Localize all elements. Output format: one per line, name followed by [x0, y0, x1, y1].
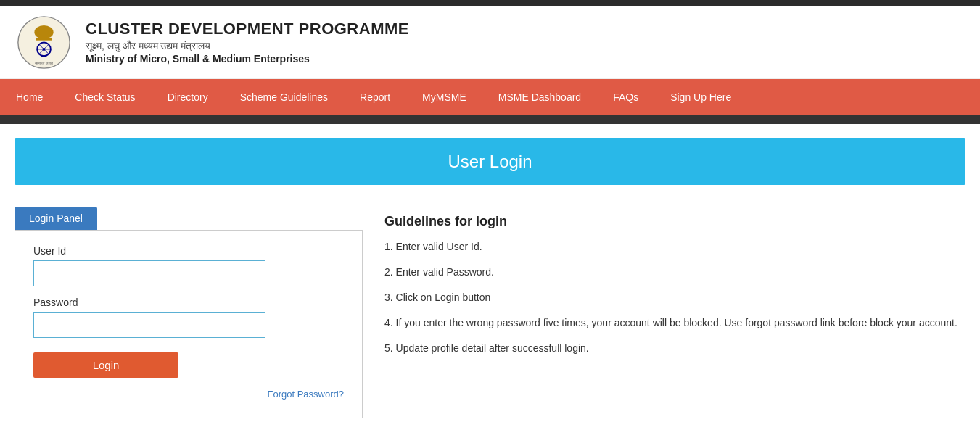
logo: सत्यमेव जयते: [15, 13, 73, 71]
login-box: User Id Password Login Forgot Password?: [15, 230, 363, 418]
svg-text:सत्यमेव जयते: सत्यमेव जयते: [34, 61, 52, 65]
subtitle-hindi: सूक्ष्म, लघु और मध्यम उद्यम मंत्रालय: [86, 40, 409, 52]
top-bar: [0, 0, 980, 6]
guideline-4: 4. If you enter the wrong password five …: [384, 315, 965, 331]
password-group: Password: [33, 297, 344, 338]
nav-directory[interactable]: Directory: [152, 79, 224, 115]
login-button[interactable]: Login: [33, 352, 178, 378]
site-header: सत्यमेव जयते CLUSTER DEVELOPMENT PROGRAM…: [0, 6, 980, 79]
guideline-1: 1. Enter valid User Id.: [384, 239, 965, 255]
nav-home[interactable]: Home: [0, 79, 59, 115]
guideline-5: 5. Update profile detail after successfu…: [384, 341, 965, 356]
svg-point-1: [34, 25, 53, 39]
forgot-password-link[interactable]: Forgot Password?: [33, 389, 344, 400]
login-panel-tab[interactable]: Login Panel: [15, 207, 97, 230]
login-section: Login Panel User Id Password Login Forgo…: [15, 207, 363, 418]
nav-signup[interactable]: Sign Up Here: [654, 79, 747, 115]
nav-faqs[interactable]: FAQs: [597, 79, 654, 115]
nav-check-status[interactable]: Check Status: [59, 79, 151, 115]
subtitle-english: Ministry of Micro, Small & Medium Enterp…: [86, 53, 409, 65]
dark-divider: [0, 115, 980, 124]
userid-label: User Id: [33, 245, 344, 257]
svg-rect-2: [36, 37, 52, 40]
site-title: CLUSTER DEVELOPMENT PROGRAMME: [86, 20, 409, 38]
password-input[interactable]: [33, 312, 265, 338]
header-text: CLUSTER DEVELOPMENT PROGRAMME सूक्ष्म, ल…: [86, 20, 409, 65]
page-title: User Login: [28, 152, 952, 172]
userid-group: User Id: [33, 245, 344, 286]
userid-input[interactable]: [33, 260, 265, 286]
guidelines-section: Guidelines for login 1. Enter valid User…: [384, 207, 965, 418]
guideline-3: 3. Click on Login button: [384, 290, 965, 305]
nav-scheme-guidelines[interactable]: Scheme Guidelines: [224, 79, 344, 115]
main-navbar: Home Check Status Directory Scheme Guide…: [0, 79, 980, 115]
guideline-2: 2. Enter valid Password.: [384, 265, 965, 280]
guidelines-title: Guidelines for login: [384, 214, 965, 229]
main-content: Login Panel User Id Password Login Forgo…: [0, 199, 980, 430]
nav-report[interactable]: Report: [344, 79, 406, 115]
nav-msme-dashboard[interactable]: MSME Dashboard: [482, 79, 597, 115]
password-label: Password: [33, 297, 344, 308]
nav-mymsme[interactable]: MyMSME: [406, 79, 482, 115]
page-banner: User Login: [15, 138, 965, 185]
emblem-icon: सत्यमेव जयते: [17, 15, 71, 70]
